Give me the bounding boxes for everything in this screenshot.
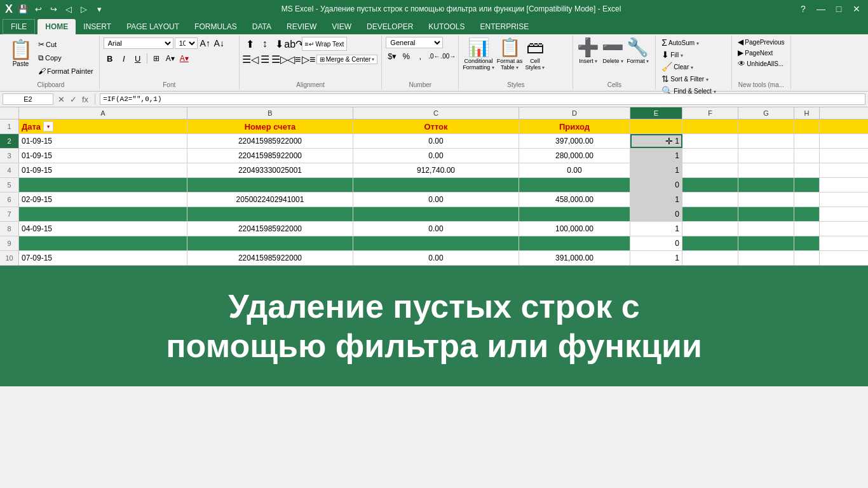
col-header-f[interactable]: F	[682, 107, 738, 119]
tab-home[interactable]: HOME	[37, 19, 76, 34]
tab-developer[interactable]: DEVELOPER	[359, 19, 421, 34]
font-color-button[interactable]: A▾	[178, 52, 191, 65]
align-center-button[interactable]: ☰	[258, 52, 272, 66]
confirm-formula-button[interactable]: ✓	[68, 95, 79, 104]
cell-h4[interactable]	[794, 163, 820, 177]
col-header-a[interactable]: A	[19, 107, 187, 119]
tab-enterprise[interactable]: ENTERPRISE	[473, 19, 537, 34]
cell-d5[interactable]	[519, 178, 630, 192]
cell-h6[interactable]	[794, 193, 820, 207]
tab-formulas[interactable]: FORMULAS	[187, 19, 245, 34]
cell-g3[interactable]	[738, 149, 794, 163]
cell-c3[interactable]: 0.00	[353, 149, 519, 163]
fill-button[interactable]: ⬇ Fill ▾	[660, 49, 685, 60]
decrease-indent-button[interactable]: ◁≡	[287, 52, 301, 66]
cell-a3[interactable]: 01-09-15	[19, 149, 187, 163]
cell-a7[interactable]	[19, 207, 187, 221]
cell-e5[interactable]: 0	[630, 178, 682, 192]
wrap-text-button[interactable]: ≡↵ Wrap Text	[302, 37, 348, 51]
cell-c6[interactable]: 0.00	[353, 193, 519, 207]
cell-d3[interactable]: 280,000.00	[519, 149, 630, 163]
font-size-select[interactable]: 10	[175, 37, 198, 49]
decrease-font-button[interactable]: A↓	[213, 37, 226, 50]
cell-c1[interactable]: Отток	[353, 119, 519, 133]
cell-b6[interactable]: 2050022402941001	[187, 193, 353, 207]
cell-g10[interactable]	[738, 251, 794, 265]
col-header-g[interactable]: G	[738, 107, 794, 119]
delete-button[interactable]: ➖ Delete ▾	[602, 37, 624, 64]
copy-button[interactable]: ⧉ Copy	[36, 51, 95, 64]
page-next-button[interactable]: ▶ PageNext	[736, 48, 775, 58]
fill-color-button[interactable]: A▾	[164, 52, 177, 65]
cell-b7[interactable]	[187, 207, 353, 221]
cell-g7[interactable]	[738, 207, 794, 221]
percent-button[interactable]: %	[400, 50, 412, 62]
cell-h10[interactable]	[794, 251, 820, 265]
insert-function-button[interactable]: fx	[80, 95, 90, 104]
save-button[interactable]: 💾	[17, 3, 29, 15]
redo-button[interactable]: ↪	[47, 3, 60, 15]
cell-b8[interactable]: 220415985922000	[187, 222, 353, 236]
increase-font-button[interactable]: A↑	[199, 37, 212, 50]
cell-d9[interactable]	[519, 236, 630, 250]
conditional-formatting-button[interactable]: 📊 ConditionalFormatting ▾	[463, 37, 494, 71]
currency-button[interactable]: $▾	[386, 50, 398, 62]
cell-a2[interactable]: 01-09-15	[19, 134, 187, 148]
merge-center-button[interactable]: ⊞ Merge & Center ▾	[316, 55, 378, 64]
underline-button[interactable]: U	[132, 52, 144, 65]
cell-f1[interactable]	[682, 119, 738, 133]
undo-button[interactable]: ↩	[32, 3, 44, 15]
cell-f8[interactable]	[682, 222, 738, 236]
cell-h8[interactable]	[794, 222, 820, 236]
border-button[interactable]: ⊞	[150, 52, 163, 65]
cell-e4[interactable]: 1	[630, 163, 682, 177]
cell-d10[interactable]: 391,000.00	[519, 251, 630, 265]
font-family-select[interactable]: Arial	[104, 37, 173, 49]
autosum-button[interactable]: Σ AutoSum ▾	[660, 37, 701, 48]
cell-e9[interactable]: 0	[630, 236, 682, 250]
col-header-h[interactable]: H	[794, 107, 820, 119]
cell-d1[interactable]: Приход	[519, 119, 630, 133]
tab-page-layout[interactable]: PAGE LAYOUT	[119, 19, 187, 34]
row-num-3[interactable]: 3	[0, 149, 19, 163]
cell-f3[interactable]	[682, 149, 738, 163]
cell-a6[interactable]: 02-09-15	[19, 193, 187, 207]
cancel-formula-button[interactable]: ✕	[56, 95, 67, 104]
cell-b2[interactable]: 220415985922000	[187, 134, 353, 148]
unhide-all-button[interactable]: 👁 UnhideAllS...	[736, 58, 785, 69]
insert-button[interactable]: ➕ Insert ▾	[577, 37, 599, 64]
align-top-button[interactable]: ⬆	[243, 37, 257, 51]
cell-d4[interactable]: 0.00	[519, 163, 630, 177]
cell-a1[interactable]: Дата ▾	[19, 119, 187, 133]
tab-kutools[interactable]: KUTOOLS	[421, 19, 472, 34]
col-header-e[interactable]: E	[630, 107, 682, 119]
cell-e10[interactable]: 1	[630, 251, 682, 265]
cell-f7[interactable]	[682, 207, 738, 221]
cell-h7[interactable]	[794, 207, 820, 221]
page-prev-button[interactable]: ◀ PagePrevious	[736, 37, 786, 47]
cell-h1[interactable]	[794, 119, 820, 133]
align-left-button[interactable]: ☰◁	[243, 52, 257, 66]
cell-e2[interactable]: ✛1	[630, 134, 682, 148]
cell-b10[interactable]: 220415985922000	[187, 251, 353, 265]
number-format-select[interactable]: General	[386, 37, 443, 48]
format-table-button[interactable]: 📋 Format asTable ▾	[497, 37, 523, 71]
cell-d6[interactable]: 458,000.00	[519, 193, 630, 207]
cell-c5[interactable]	[353, 178, 519, 192]
row-num-9[interactable]: 9	[0, 236, 19, 250]
format-button[interactable]: 🔧 Format ▾	[627, 37, 649, 64]
row-num-8[interactable]: 8	[0, 222, 19, 236]
cell-c8[interactable]: 0.00	[353, 222, 519, 236]
quick-access-dropdown[interactable]: ▾	[93, 3, 105, 15]
align-middle-button[interactable]: ↕	[258, 37, 272, 51]
cell-b5[interactable]	[187, 178, 353, 192]
maximize-button[interactable]: □	[832, 3, 845, 15]
col-header-b[interactable]: B	[187, 107, 353, 119]
italic-button[interactable]: I	[118, 52, 130, 65]
row-num-7[interactable]: 7	[0, 207, 19, 221]
cell-h5[interactable]	[794, 178, 820, 192]
bold-button[interactable]: B	[104, 52, 116, 65]
cell-h9[interactable]	[794, 236, 820, 250]
formula-input[interactable]	[100, 93, 865, 105]
cell-h3[interactable]	[794, 149, 820, 163]
